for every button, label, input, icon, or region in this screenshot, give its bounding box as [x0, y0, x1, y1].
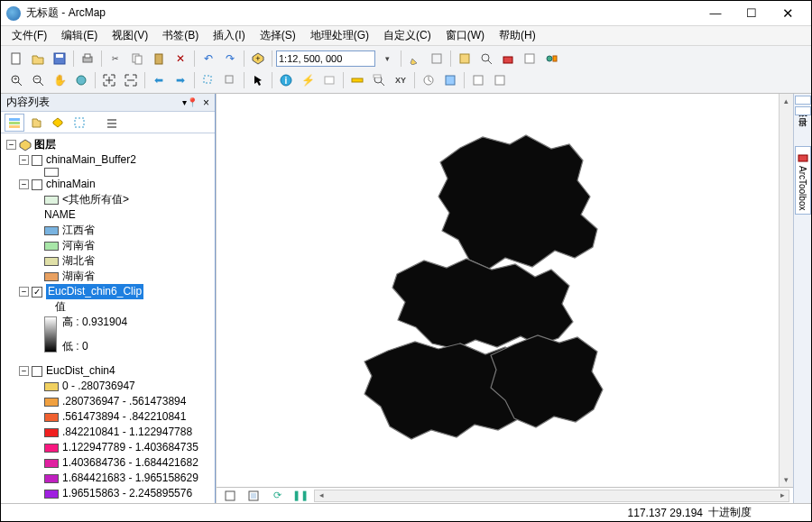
toolbar-btn-a[interactable] [427, 50, 447, 68]
full-extent-button[interactable] [71, 71, 91, 89]
add-data-button[interactable]: + [248, 50, 268, 68]
layer-checkbox[interactable] [32, 179, 42, 190]
root-layer-label[interactable]: 图层 [34, 137, 56, 152]
vertical-scrollbar[interactable]: ▴▾ [779, 94, 793, 487]
toc-tree[interactable]: −图层 −chinaMain_Buffer2 −chinaMain <其他所有值… [1, 133, 215, 503]
toc-tab-visibility[interactable] [48, 114, 68, 132]
zoom-in-button[interactable]: + [6, 71, 26, 89]
class-swatch [44, 444, 59, 453]
menu-edit[interactable]: 编辑(E) [54, 26, 105, 45]
menu-view[interactable]: 视图(V) [105, 26, 155, 45]
svg-rect-39 [9, 125, 20, 128]
modelbuilder-button[interactable] [541, 50, 561, 68]
scale-dropdown[interactable]: ▾ [377, 50, 397, 68]
undo-button[interactable]: ↶ [198, 50, 218, 68]
menu-windows[interactable]: 窗口(W) [438, 26, 492, 45]
data-view-button[interactable] [220, 487, 240, 505]
fixed-zoom-out-button[interactable] [121, 71, 141, 89]
select-features-button[interactable] [198, 71, 218, 89]
value-heading: 值 [55, 299, 66, 315]
pin-icon[interactable]: ▾📍 [182, 97, 198, 107]
menu-insert[interactable]: 插入(I) [206, 26, 252, 45]
paste-button[interactable] [149, 50, 169, 68]
search-button[interactable] [476, 50, 496, 68]
refresh-button[interactable]: ⟳ [267, 487, 287, 505]
menu-selection[interactable]: 选择(S) [253, 26, 303, 45]
svg-rect-29 [352, 78, 363, 82]
menu-customize[interactable]: 自定义(C) [376, 26, 438, 45]
class-label: 1.96515863 - 2.245895576 [62, 486, 192, 501]
map-canvas[interactable] [217, 94, 779, 487]
expand-icon[interactable]: − [19, 287, 29, 297]
layer-chinamain[interactable]: chinaMain [46, 177, 96, 192]
menu-bookmarks[interactable]: 书签(B) [155, 26, 206, 45]
horizontal-scrollbar[interactable]: ◂▸ [314, 490, 789, 502]
measure-button[interactable] [347, 71, 367, 89]
new-button[interactable] [6, 50, 26, 68]
svg-rect-47 [798, 155, 807, 161]
cut-button[interactable]: ✂ [106, 50, 125, 68]
pan-button[interactable]: ✋ [50, 71, 69, 89]
pause-button[interactable]: ❚❚ [291, 487, 310, 505]
identify-button[interactable]: i [276, 71, 296, 89]
expand-icon[interactable]: − [19, 179, 29, 189]
fixed-zoom-in-button[interactable] [99, 71, 119, 89]
layout-view-button[interactable] [244, 487, 263, 505]
catalog-button[interactable] [455, 50, 475, 68]
toc-tab-options[interactable] [102, 114, 122, 132]
toc-title: 内容列表 [6, 95, 50, 110]
toc-tab-selection[interactable] [69, 114, 89, 132]
html-popup-button[interactable] [319, 71, 339, 89]
layer-eucdist4[interactable]: EucDist_chin4 [46, 363, 115, 379]
toc-tab-drawing-order[interactable] [5, 114, 24, 132]
save-button[interactable] [50, 50, 69, 68]
find-button[interactable] [369, 71, 389, 89]
arctoolbox-button[interactable] [498, 50, 518, 68]
copy-button[interactable] [127, 50, 147, 68]
expand-icon[interactable]: − [6, 140, 16, 150]
pointer-button[interactable] [248, 71, 268, 89]
close-button[interactable]: ✕ [770, 3, 806, 24]
toolbar-extra-a[interactable] [468, 71, 488, 89]
scale-input[interactable] [276, 50, 375, 67]
dock-tab-search[interactable]: 搜索 [795, 96, 811, 105]
maximize-button[interactable]: ☐ [734, 3, 770, 24]
print-button[interactable] [78, 50, 97, 68]
expand-icon[interactable]: − [19, 366, 29, 376]
hyperlink-button[interactable]: ⚡ [298, 71, 318, 89]
class-label: 0 - .280736947 [62, 379, 135, 394]
province-label: 湖北省 [62, 253, 95, 269]
menu-file[interactable]: 文件(F) [5, 26, 54, 45]
toolbar-extra-b[interactable] [490, 71, 510, 89]
toc-close-icon[interactable]: × [203, 96, 209, 109]
python-button[interactable] [520, 50, 540, 68]
toc-tab-source[interactable] [26, 114, 46, 132]
layer-checkbox[interactable] [32, 366, 42, 377]
layer-buffer2[interactable]: chinaMain_Buffer2 [46, 152, 136, 168]
delete-button[interactable]: ✕ [171, 50, 190, 68]
minimize-button[interactable]: — [697, 3, 734, 24]
class-swatch [44, 382, 59, 391]
menu-help[interactable]: 帮助(H) [492, 26, 543, 45]
menu-geoprocessing[interactable]: 地理处理(G) [303, 26, 376, 45]
open-button[interactable] [28, 50, 48, 68]
time-slider-button[interactable] [419, 71, 438, 89]
clear-selection-button[interactable] [220, 71, 240, 89]
svg-rect-41 [107, 119, 116, 121]
prev-extent-button[interactable]: ⬅ [149, 71, 169, 89]
editor-toolbar-button[interactable] [405, 50, 425, 68]
goto-xy-button[interactable]: XY [391, 71, 411, 89]
next-extent-button[interactable]: ➡ [171, 71, 190, 89]
dock-tab-catalog[interactable]: 目录 [795, 106, 811, 115]
redo-button[interactable]: ↷ [220, 50, 240, 68]
viewer-window-button[interactable] [440, 71, 460, 89]
dock-tab-arctoolbox[interactable]: ArcToolbox [795, 146, 811, 215]
layer-checkbox[interactable]: ✓ [32, 287, 42, 298]
layer-eucdist-clip[interactable]: EucDist_chin6_Clip [46, 284, 143, 299]
layer-checkbox[interactable] [32, 155, 42, 166]
svg-point-15 [547, 56, 552, 61]
expand-icon[interactable]: − [19, 155, 29, 165]
class-swatch [44, 459, 59, 468]
zoom-out-button[interactable]: − [28, 71, 48, 89]
svg-line-12 [488, 60, 492, 64]
